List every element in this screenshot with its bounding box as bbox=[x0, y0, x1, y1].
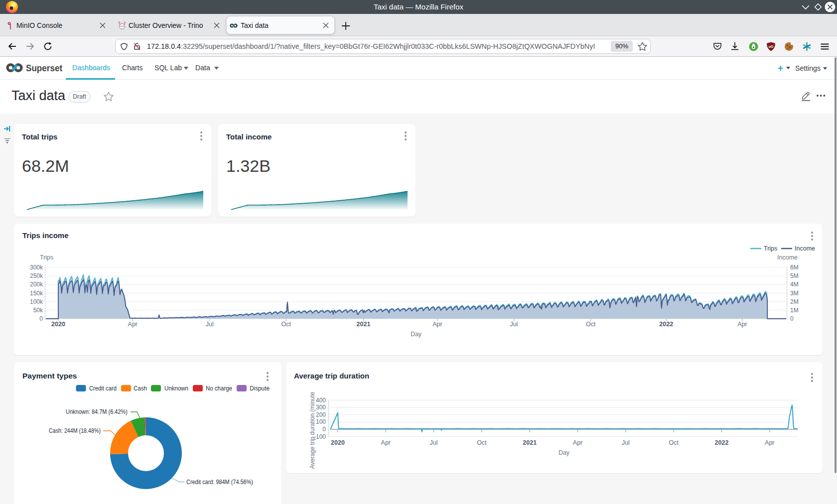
svg-text:6M: 6M bbox=[790, 264, 799, 271]
svg-text:2021: 2021 bbox=[523, 439, 537, 446]
svg-text:Unknown: 84.7M (6.42%): Unknown: 84.7M (6.42%) bbox=[66, 408, 128, 415]
svg-text:Oct: Oct bbox=[586, 321, 596, 328]
svg-text:Day: Day bbox=[558, 449, 570, 456]
svg-text:Trips income: Trips income bbox=[22, 231, 69, 240]
svg-text:2020: 2020 bbox=[51, 321, 65, 328]
svg-text:3M: 3M bbox=[790, 290, 799, 297]
svg-text:2M: 2M bbox=[790, 298, 799, 305]
svg-text:2022: 2022 bbox=[715, 439, 729, 446]
svg-text:Average trip duration: Average trip duration bbox=[294, 372, 369, 380]
svg-text:4M: 4M bbox=[790, 281, 799, 288]
svg-text:0: 0 bbox=[322, 426, 326, 433]
svg-text:Apr: Apr bbox=[765, 439, 774, 446]
svg-text:Apr: Apr bbox=[432, 321, 442, 328]
svg-text:Apr: Apr bbox=[573, 439, 582, 446]
svg-text:Income: Income bbox=[777, 254, 798, 261]
svg-text:Payment types: Payment types bbox=[22, 372, 77, 380]
svg-text:200: 200 bbox=[316, 411, 326, 418]
svg-text:Jul: Jul bbox=[206, 321, 214, 328]
svg-text:200k: 200k bbox=[30, 281, 43, 288]
svg-text:2022: 2022 bbox=[659, 321, 673, 328]
svg-text:Apr: Apr bbox=[128, 321, 138, 328]
svg-text:50k: 50k bbox=[33, 307, 43, 314]
svg-text:300k: 300k bbox=[30, 264, 43, 271]
svg-text:uO: uO bbox=[769, 45, 774, 48]
svg-text:2021: 2021 bbox=[357, 321, 371, 328]
svg-text:250k: 250k bbox=[30, 272, 43, 279]
svg-text:Day: Day bbox=[411, 331, 422, 338]
svg-text:100k: 100k bbox=[30, 298, 43, 305]
svg-text:Income: Income bbox=[795, 245, 815, 252]
svg-text:Unknown: Unknown bbox=[164, 384, 188, 392]
svg-text:5M: 5M bbox=[790, 272, 799, 279]
svg-text:Apr: Apr bbox=[737, 321, 747, 328]
svg-text:2020: 2020 bbox=[331, 439, 345, 446]
svg-text:Cash: Cash bbox=[134, 384, 147, 392]
svg-text:100: 100 bbox=[316, 418, 326, 425]
svg-text:-100: -100 bbox=[314, 433, 326, 440]
svg-text:No charge: No charge bbox=[206, 384, 232, 392]
svg-text:Credit card: Credit card bbox=[89, 384, 117, 392]
svg-text:300: 300 bbox=[316, 404, 326, 411]
svg-text:Jul: Jul bbox=[622, 439, 630, 446]
svg-text:Oct: Oct bbox=[477, 439, 487, 446]
svg-text:Cash: 244M (18.48%): Cash: 244M (18.48%) bbox=[49, 427, 101, 434]
svg-text:Credit card: 984M (74.56%): Credit card: 984M (74.56%) bbox=[186, 478, 253, 486]
svg-text:Trips: Trips bbox=[764, 245, 777, 252]
svg-text:Jul: Jul bbox=[430, 439, 438, 446]
svg-text:Oct: Oct bbox=[669, 439, 679, 446]
svg-text:Jul: Jul bbox=[510, 321, 518, 328]
svg-text:Dispute: Dispute bbox=[250, 384, 270, 392]
svg-text:Oct: Oct bbox=[281, 321, 291, 328]
svg-text:Apr: Apr bbox=[381, 439, 391, 446]
svg-text:0: 0 bbox=[790, 315, 794, 322]
svg-text:Average trip duration (minute: Average trip duration (minute bbox=[309, 391, 316, 469]
svg-text:1M: 1M bbox=[790, 307, 799, 314]
svg-text:Trips: Trips bbox=[40, 254, 53, 261]
svg-text:0: 0 bbox=[39, 315, 43, 322]
svg-text:150k: 150k bbox=[30, 290, 43, 297]
svg-text:400: 400 bbox=[316, 397, 326, 404]
